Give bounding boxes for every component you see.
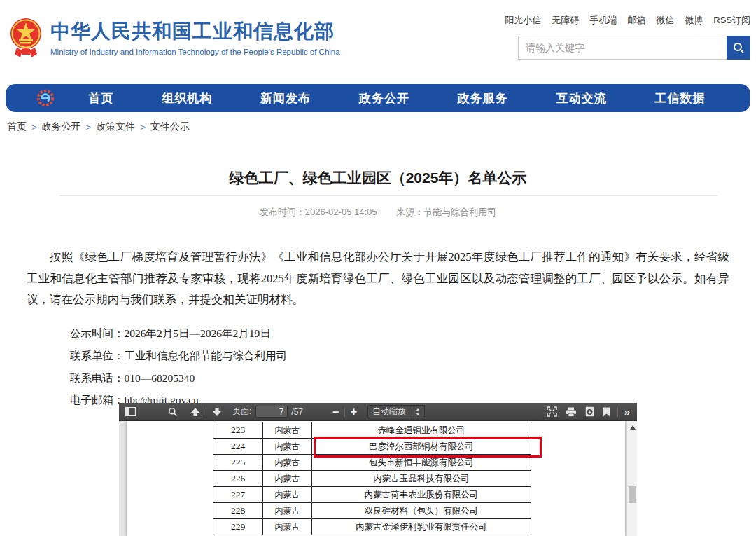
next-page-button[interactable] (209, 403, 225, 420)
search-input[interactable] (518, 36, 727, 60)
link-sunshine-bot[interactable]: 阳光小信 (505, 14, 541, 27)
more-tools-button[interactable]: » (622, 403, 633, 420)
nav-item-interaction[interactable]: 互动交流 (556, 90, 607, 106)
expand-icon (547, 406, 557, 417)
arrow-down-icon (212, 407, 222, 417)
zoom-mode-value: 自动缩放 (372, 406, 406, 418)
pdf-content-area: 223 内蒙古 赤峰金通铜业有限公司 224 内蒙古 巴彦淖尔西部铜材有限公司 … (119, 421, 637, 536)
select-arrows-icon (416, 408, 420, 415)
search-icon (168, 407, 178, 417)
notice-period-line: 公示时间：2026年2月5日—2026年2月19日 (70, 322, 287, 345)
table-row: 227 内蒙古 内蒙古荷丰农业股份有限公司 (214, 487, 531, 503)
presentation-mode-button[interactable] (543, 403, 561, 420)
row-number: 223 (214, 422, 263, 439)
article-meta: 发布时间：2026-02-05 14:05 来源：节能与综合利用司 (0, 206, 756, 219)
link-mobile[interactable]: 手机端 (589, 14, 617, 27)
row-province: 内蒙古 (263, 519, 312, 535)
row-province: 内蒙古 (263, 422, 312, 439)
bookmark-icon (603, 407, 610, 417)
row-number: 228 (214, 503, 263, 519)
link-rss[interactable]: RSS订阅 (713, 14, 750, 27)
breadcrumb: 首页 > 政务公开 > 政策文件 > 文件公示 (7, 121, 190, 133)
national-emblem-logo (10, 15, 42, 59)
site-title: 中华人民共和国工业和信息化部 (50, 18, 340, 45)
nav-item-miit-data[interactable]: 工信数据 (654, 90, 705, 106)
main-nav: 首页 组织机构 新闻发布 政务公开 政务服务 互动交流 工信数据 (6, 84, 750, 112)
page-title: 绿色工厂、绿色工业园区（2025年）名单公示 (0, 168, 756, 188)
table-row: 226 内蒙古 内蒙古玉晶科技有限公司 (214, 471, 531, 487)
link-accessibility[interactable]: 无障碍 (552, 14, 579, 27)
table-row: 229 内蒙古 内蒙古金泽伊利乳业有限责任公司 (214, 519, 531, 535)
row-number: 225 (214, 455, 263, 471)
pdf-page: 223 内蒙古 赤峰金通铜业有限公司 224 内蒙古 巴彦淖尔西部铜材有限公司 … (127, 421, 625, 536)
row-company: 内蒙古荷丰农业股份有限公司 (312, 487, 531, 503)
pdf-scrollbar[interactable] (626, 421, 637, 536)
previous-page-button[interactable] (187, 403, 204, 420)
nav-item-gov-disclosure[interactable]: 政务公开 (359, 90, 410, 106)
download-button[interactable] (582, 403, 598, 420)
row-province: 内蒙古 (263, 487, 312, 503)
contact-phone-line: 联系电话：010—68205340 (70, 367, 287, 390)
print-button[interactable] (562, 403, 580, 420)
row-number: 227 (214, 487, 263, 503)
breadcrumb-separator: > (31, 122, 37, 132)
table-row: 228 内蒙古 双良硅材料（包头）有限公司 (214, 503, 531, 519)
scrollbar-thumb[interactable] (629, 486, 636, 503)
link-wechat[interactable]: 微信 (656, 14, 674, 27)
row-province: 内蒙古 (263, 439, 312, 455)
sidebar-icon (125, 407, 136, 416)
breadcrumb-separator: > (86, 122, 92, 132)
utility-links: 阳光小信 无障碍 手机端 邮箱 微信 微博 RSS订阅 (509, 14, 750, 27)
scrollbar-up-arrow-icon[interactable] (630, 425, 636, 430)
nav-item-organization[interactable]: 组织机构 (162, 90, 212, 106)
row-province: 内蒙古 (263, 455, 312, 471)
miit-gear-icon (36, 89, 55, 107)
title-divider (59, 195, 718, 196)
bookmark-button[interactable] (599, 403, 614, 420)
breadcrumb-policy-docs[interactable]: 政策文件 (96, 121, 135, 133)
row-number: 229 (214, 519, 263, 535)
row-province: 内蒙古 (263, 503, 312, 519)
row-company: 内蒙古金泽伊利乳业有限责任公司 (312, 519, 531, 535)
pdf-viewer: 页面: /57 − + 自动缩放 (119, 403, 637, 536)
contact-info: 公示时间：2026年2月5日—2026年2月19日 联系单位：工业和信息化部节能… (70, 322, 287, 411)
row-number: 224 (214, 439, 263, 455)
zoom-mode-select[interactable]: 自动缩放 (368, 405, 425, 418)
site-title-en: Ministry of Industry and Information Tec… (50, 48, 340, 56)
link-mail[interactable]: 邮箱 (627, 14, 645, 27)
page-label: 页面: (232, 406, 251, 418)
site-header: 中华人民共和国工业和信息化部 Ministry of Industry and … (0, 0, 756, 78)
site-brand[interactable]: 中华人民共和国工业和信息化部 Ministry of Industry and … (10, 15, 340, 59)
breadcrumb-separator: > (140, 122, 146, 132)
breadcrumb-doc-notice[interactable]: 文件公示 (150, 121, 190, 133)
zoom-in-button[interactable]: + (347, 403, 360, 420)
row-number: 226 (214, 471, 263, 487)
pdf-toolbar: 页面: /57 − + 自动缩放 (119, 403, 637, 421)
sidebar-toggle-button[interactable] (122, 403, 139, 420)
row-company: 内蒙古玉晶科技有限公司 (312, 471, 531, 487)
article-source: 来源：节能与综合利用司 (396, 207, 496, 217)
red-highlight-box (314, 437, 542, 458)
breadcrumb-gov-disclosure[interactable]: 政务公开 (42, 121, 81, 133)
printer-icon (566, 407, 577, 417)
nav-item-gov-services[interactable]: 政务服务 (458, 90, 508, 106)
breadcrumb-home[interactable]: 首页 (7, 121, 27, 133)
contact-unit-line: 联系单位：工业和信息化部节能与综合利用司 (70, 345, 287, 367)
nav-item-news[interactable]: 新闻发布 (260, 90, 311, 106)
publish-time: 发布时间：2026-02-05 14:05 (260, 207, 377, 217)
row-company: 双良硅材料（包头）有限公司 (312, 503, 531, 519)
find-button[interactable] (164, 403, 181, 420)
row-province: 内蒙古 (263, 471, 312, 487)
article-paragraph: 按照《绿色工厂梯度培育及管理暂行办法》《工业和信息化部办公厅关于开展2025年度… (27, 247, 729, 311)
link-weibo[interactable]: 微博 (685, 14, 703, 27)
search-button[interactable] (727, 36, 750, 60)
arrow-up-icon (190, 407, 200, 417)
page-count: /57 (291, 407, 303, 417)
download-icon (585, 406, 594, 417)
page-number-input[interactable] (255, 406, 288, 418)
zoom-out-button[interactable]: − (329, 403, 342, 420)
search-icon (733, 42, 745, 54)
nav-item-home[interactable]: 首页 (88, 90, 113, 106)
